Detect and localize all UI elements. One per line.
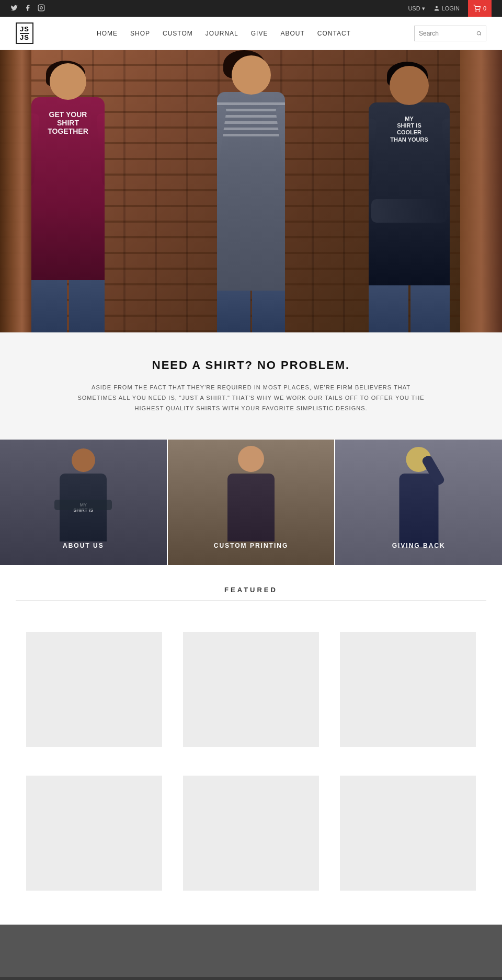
navigation: JS JS HOME SHOP CUSTOM JOURNAL GIVE ABOU… — [0, 17, 502, 50]
nav-links: HOME SHOP CUSTOM JOURNAL GIVE ABOUT CONT… — [97, 30, 351, 37]
search-box[interactable] — [414, 26, 486, 41]
about-body: ASIDE FROM THE FACT THAT THEY'RE REQUIRE… — [73, 383, 429, 413]
nav-journal[interactable]: JOURNAL — [206, 30, 238, 37]
panel-custom-printing[interactable]: CUSTOM PRINTING — [167, 440, 336, 565]
product-card[interactable] — [329, 765, 486, 909]
svg-point-4 — [479, 11, 480, 11]
site-logo[interactable]: JS JS — [16, 22, 33, 44]
hero-section: GET YOURSHIRTTOGETHER — [0, 50, 502, 332]
search-icon — [476, 30, 482, 37]
currency-selector[interactable]: USD ▾ — [408, 5, 425, 12]
facebook-link[interactable] — [24, 4, 31, 13]
about-heading: NEED A SHIRT? NO PROBLEM. — [42, 359, 460, 372]
about-section: NEED A SHIRT? NO PROBLEM. ASIDE FROM THE… — [0, 332, 502, 440]
figure-right: MYSHIRT ISCOOLERTHAN YOURS — [369, 66, 450, 332]
svg-point-5 — [477, 31, 481, 35]
figure-left: GET YOURSHIRTTOGETHER — [31, 63, 105, 332]
search-input[interactable] — [419, 30, 476, 37]
nav-about[interactable]: ABOUT — [280, 30, 304, 37]
svg-rect-0 — [38, 5, 44, 11]
product-card[interactable] — [173, 765, 329, 909]
panel-about-label: ABOUT US — [63, 542, 104, 549]
product-card[interactable] — [329, 621, 486, 765]
nav-contact[interactable]: CONTACT — [317, 30, 351, 37]
product-grid — [0, 606, 502, 925]
cart-count: 0 — [483, 5, 486, 11]
currency-label: USD — [408, 5, 420, 11]
product-card[interactable] — [173, 621, 329, 765]
login-link[interactable]: LOGIN — [433, 5, 460, 11]
shirt-text-right: MYSHIRT ISCOOLERTHAN YOURS — [375, 116, 443, 143]
login-label: LOGIN — [442, 5, 460, 11]
panel-giving-back[interactable]: GIVING BACK — [335, 440, 502, 565]
shirt-text-left: GET YOURSHIRTTOGETHER — [37, 110, 99, 135]
product-card[interactable] — [16, 765, 173, 909]
nav-home[interactable]: HOME — [97, 30, 118, 37]
featured-title: FEATURED — [0, 586, 502, 594]
figure-center — [217, 55, 285, 332]
hero-background: GET YOURSHIRTTOGETHER — [0, 50, 502, 332]
panel-custom-label: CUSTOM PRINTING — [214, 542, 288, 549]
panel-about-us[interactable]: MYSHIRT IS ABOUT US — [0, 440, 167, 565]
svg-point-2 — [436, 6, 438, 8]
pillar-left — [0, 50, 31, 332]
twitter-link[interactable] — [10, 4, 18, 13]
featured-title-wrap: FEATURED — [0, 586, 502, 606]
nav-give[interactable]: GIVE — [251, 30, 268, 37]
panel-giving-label: GIVING BACK — [392, 542, 446, 549]
instagram-link[interactable] — [38, 4, 45, 13]
product-card[interactable] — [16, 621, 173, 765]
panels-section: MYSHIRT IS ABOUT US CUSTOM PRINTING — [0, 440, 502, 565]
top-bar-right: USD ▾ LOGIN 0 — [408, 0, 492, 17]
social-links — [10, 4, 45, 13]
chevron-down-icon: ▾ — [422, 5, 425, 12]
footer-bottom: A SHIRT — [0, 977, 502, 980]
pillar-right — [460, 50, 502, 332]
featured-section: FEATURED — [0, 565, 502, 925]
cart-button[interactable]: 0 — [468, 0, 492, 17]
nav-custom[interactable]: CUSTOM — [163, 30, 193, 37]
top-bar: USD ▾ LOGIN 0 — [0, 0, 502, 17]
footer-dark — [0, 925, 502, 977]
nav-shop[interactable]: SHOP — [130, 30, 150, 37]
svg-point-3 — [476, 11, 476, 11]
